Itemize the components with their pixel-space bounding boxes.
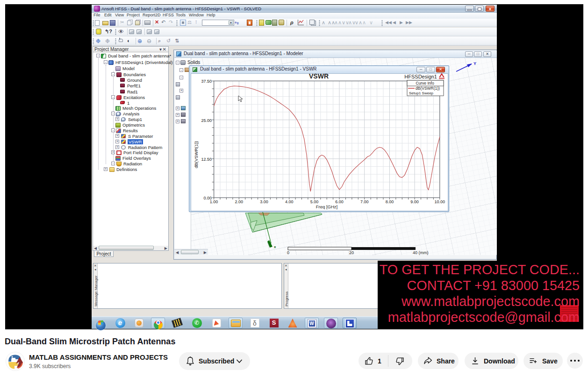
svg-text:5.00: 5.00 [310, 199, 319, 204]
svg-text:Y: Y [473, 61, 476, 66]
svg-text:20: 20 [349, 250, 354, 255]
svg-text:x: x [274, 245, 276, 249]
svg-text:2.00: 2.00 [235, 199, 244, 204]
svg-text:8.00: 8.00 [386, 199, 394, 204]
svg-text:dB(VSWR(1)): dB(VSWR(1)) [194, 141, 199, 168]
svg-text:3.00: 3.00 [260, 199, 268, 204]
svg-text:HFSSDesign1: HFSSDesign1 [404, 74, 437, 79]
svg-text:37.50: 37.50 [201, 79, 212, 84]
svg-text:4.00: 4.00 [285, 199, 294, 204]
svg-text:12.50: 12.50 [201, 157, 212, 162]
svg-text:6.00: 6.00 [335, 199, 344, 204]
svg-text:1.00: 1.00 [210, 199, 218, 204]
svg-text:0: 0 [287, 250, 289, 255]
svg-text:9.00: 9.00 [410, 199, 419, 204]
svg-text:7.00: 7.00 [360, 199, 369, 204]
svg-text:dB(VSWR(1)): dB(VSWR(1)) [416, 86, 440, 91]
svg-text:25.00: 25.00 [201, 118, 212, 123]
svg-text:Curve Info: Curve Info [416, 81, 434, 85]
svg-text:VSWR: VSWR [309, 72, 329, 80]
svg-text:Setup1 Sweep: Setup1 Sweep [409, 91, 434, 95]
svg-text:Freq [GHz]: Freq [GHz] [316, 204, 337, 209]
svg-text:10.00: 10.00 [435, 199, 445, 204]
svg-text:40 (mm): 40 (mm) [413, 250, 429, 255]
